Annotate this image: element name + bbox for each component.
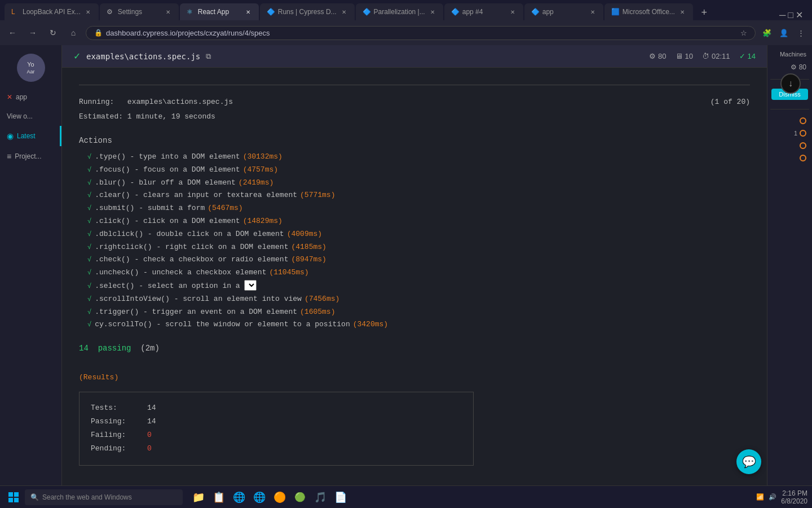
right-row-3 xyxy=(770,142,809,149)
chat-button[interactable]: 💬 xyxy=(736,449,761,474)
browser-chrome: L LoopBack API Ex... ✕ ⚙ Settings ✕ ⚛ Re… xyxy=(0,0,812,45)
test-desc-13: cy.scrollTo() - scroll the window or ele… xyxy=(95,319,350,331)
project-icon: ≡ xyxy=(7,152,11,161)
content-panel: ✓ examples\actions.spec.js ⧉ ⚙ 80 🖥 10 ⏱… xyxy=(62,45,767,508)
tab-parallelization[interactable]: 🔷 Parallelization |... ✕ xyxy=(356,3,443,20)
machines-count: 80 xyxy=(658,52,666,60)
pass-count: 14 xyxy=(748,52,756,60)
status-dot-3 xyxy=(800,142,806,149)
test-time-5: (14829ms) xyxy=(243,216,283,227)
taskbar-app-explorer[interactable]: 📁 xyxy=(189,488,208,506)
test-desc-5: .click() - click on a DOM element xyxy=(95,216,240,227)
sidebar-item-view[interactable]: View o... xyxy=(0,107,61,126)
menu-icon[interactable]: ⋮ xyxy=(794,26,807,40)
running-path: examples\actions.spec.js xyxy=(127,98,233,106)
url-bar[interactable]: 🔒 dashboard.cypress.io/projects/cxzyat/r… xyxy=(86,26,756,40)
tab-close-loopback[interactable]: ✕ xyxy=(84,8,92,16)
test-time-3: (5771ms) xyxy=(300,190,335,202)
tab-close-settings[interactable]: ✕ xyxy=(164,8,172,16)
taskbar-app-edge[interactable]: 🌐 xyxy=(230,488,248,506)
main-area: YoAar ✕ app View o... ◉ Latest ≡ Project… xyxy=(0,45,812,508)
sidebar-app-label: app xyxy=(16,93,27,101)
test-line-5: √.click() - click on a DOM element (1482… xyxy=(79,216,750,227)
tab-label-react: React App xyxy=(198,8,241,16)
copy-button[interactable]: ⧉ xyxy=(206,52,211,61)
close-icon: ✕ xyxy=(7,93,12,101)
test-desc-0: .type() - type into a DOM element xyxy=(95,151,240,163)
search-placeholder: Search the web and Windows xyxy=(42,493,132,501)
volume-icon: 🔊 xyxy=(769,493,776,501)
results-table: Tests: 14 Passing: 14 Failing: 0 Pending… xyxy=(79,392,474,465)
sidebar-item-app[interactable]: ✕ app xyxy=(0,87,61,107)
status-dot-2 xyxy=(800,130,806,137)
status-dot-1 xyxy=(800,117,806,124)
extensions-icon[interactable]: 🧩 xyxy=(760,26,774,40)
tab-close-para[interactable]: ✕ xyxy=(429,8,436,16)
time-stat: ⏱ 02:11 xyxy=(702,52,730,60)
secure-icon: 🔒 xyxy=(94,29,103,37)
pass-stat-icon: ✓ xyxy=(739,52,745,60)
refresh-button[interactable]: ↻ xyxy=(45,25,61,41)
tab-label-office: Microsoft Office... xyxy=(623,8,675,16)
passing-count: 14 xyxy=(79,344,89,353)
screens-count: 10 xyxy=(685,52,693,60)
taskbar-app-word[interactable]: 📄 xyxy=(332,488,350,506)
taskbar-app-music[interactable]: 🎵 xyxy=(311,488,329,506)
tab-react-app[interactable]: ⚛ React App ✕ xyxy=(180,3,259,20)
url-text: dashboard.cypress.io/projects/cxzyat/run… xyxy=(106,29,270,37)
tab-app[interactable]: 🔷 app ✕ xyxy=(524,3,603,20)
tab-label-settings: Settings xyxy=(118,8,161,16)
taskbar-app-chrome[interactable]: 🟢 xyxy=(291,488,309,506)
tab-settings[interactable]: ⚙ Settings ✕ xyxy=(100,3,179,20)
taskbar-app-orange[interactable]: 🟠 xyxy=(271,488,289,506)
sidebar-item-latest[interactable]: ◉ Latest xyxy=(0,126,61,146)
browser-toolbar: 🧩 👤 ⋮ xyxy=(760,26,807,40)
taskbar-clock: 2:16 PM 6/8/2020 xyxy=(781,489,807,505)
taskbar-right: 📶 🔊 2:16 PM 6/8/2020 xyxy=(756,489,807,505)
start-button[interactable] xyxy=(5,488,23,506)
sidebar-item-project[interactable]: ≡ Project... xyxy=(0,146,61,167)
close-window-button[interactable]: ✕ xyxy=(796,10,803,20)
tab-favicon-app4: 🔷 xyxy=(451,8,459,16)
status-dot-4 xyxy=(800,155,806,161)
minimize-button[interactable]: ─ xyxy=(779,10,785,20)
tab-close-react[interactable]: ✕ xyxy=(244,8,252,16)
back-button[interactable]: ← xyxy=(5,25,20,41)
bookmark-icon[interactable]: ☆ xyxy=(740,29,747,37)
test-check-11: √ xyxy=(87,294,91,305)
tab-app4[interactable]: 🔷 app #4 ✕ xyxy=(444,3,523,20)
tab-close-app[interactable]: ✕ xyxy=(589,8,597,16)
tab-close-office[interactable]: ✕ xyxy=(678,8,686,16)
pending-key: Pending: xyxy=(91,443,142,455)
gear-stat-icon: ⚙ xyxy=(649,52,656,60)
home-button[interactable]: ⌂ xyxy=(65,25,81,41)
results-label: (Results) xyxy=(79,372,750,384)
tab-close-app4[interactable]: ✕ xyxy=(509,8,517,16)
test-time-4: (5467ms) xyxy=(208,203,242,214)
new-tab-button[interactable]: + xyxy=(696,5,712,20)
tab-close-runs[interactable]: ✕ xyxy=(340,8,348,16)
test-line-6: √.dblclick() - double click on a DOM ele… xyxy=(79,229,750,240)
tab-office[interactable]: 🟦 Microsoft Office... ✕ xyxy=(604,3,693,20)
tab-favicon-runs: 🔷 xyxy=(267,8,275,16)
result-tests: Tests: 14 xyxy=(91,402,462,414)
screens-stat: 🖥 10 xyxy=(676,52,693,60)
maximize-button[interactable]: □ xyxy=(788,10,793,20)
test-desc-11: .scrollIntoView() - scroll an element in… xyxy=(95,294,302,305)
tab-label-para: Parallelization |... xyxy=(374,8,425,16)
spec-filename: examples\actions.spec.js xyxy=(86,52,200,61)
tab-favicon-react: ⚛ xyxy=(187,8,195,16)
tab-runs[interactable]: 🔷 Runs | Cypress D... ✕ xyxy=(260,3,355,20)
taskbar-search[interactable]: 🔍 Search the web and Windows xyxy=(25,489,183,505)
taskbar-app-clipboard[interactable]: 📋 xyxy=(210,488,228,506)
scroll-to-bottom-button[interactable]: ↓ xyxy=(780,73,801,94)
tab-loopback[interactable]: L LoopBack API Ex... ✕ xyxy=(5,3,99,20)
taskbar-app-ie[interactable]: 🌐 xyxy=(250,488,268,506)
forward-button[interactable]: → xyxy=(25,25,41,41)
profile-icon[interactable]: 👤 xyxy=(777,26,791,40)
test-check-8: √ xyxy=(87,255,91,265)
test-line-10: √.select() - select an option in a eleme… xyxy=(79,280,750,292)
terminal-output: Running: examples\actions.spec.js (1 of … xyxy=(62,68,767,508)
test-time-8: (8947ms) xyxy=(291,254,326,266)
test-line-2: √.blur() - blur off a DOM element (2419m… xyxy=(79,177,750,189)
